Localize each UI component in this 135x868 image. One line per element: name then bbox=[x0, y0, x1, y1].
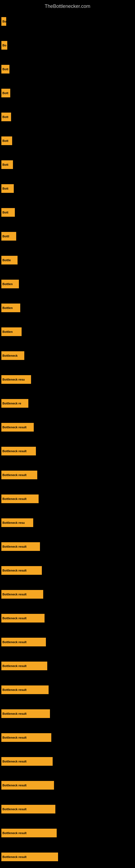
bar-row-24: Bottleneck result bbox=[0, 582, 135, 606]
bar-label-33: Bottleneck result bbox=[2, 807, 27, 811]
bar-label-28: Bottleneck result bbox=[2, 688, 27, 691]
bar-row-12: Bottlen bbox=[0, 296, 135, 320]
bar-row-15: Bottleneck resu bbox=[0, 368, 135, 392]
bar-row-7: Bott bbox=[0, 177, 135, 200]
bar-label-35: Bottleneck result bbox=[2, 855, 27, 859]
bar-19: Bottleneck result bbox=[1, 471, 37, 479]
bar-label-6: Bott bbox=[2, 163, 8, 166]
bar-label-14: Bottleneck bbox=[2, 354, 17, 357]
bar-label-25: Bottleneck result bbox=[2, 617, 27, 620]
bar-2: Bott bbox=[1, 65, 9, 73]
bar-label-10: Bottle bbox=[2, 258, 11, 262]
bar-row-28: Bottleneck result bbox=[0, 678, 135, 702]
bar-row-22: Bottleneck result bbox=[0, 535, 135, 558]
bar-18: Bottleneck result bbox=[1, 447, 36, 456]
bar-label-4: Bott bbox=[2, 115, 8, 119]
bar-label-7: Bott bbox=[2, 187, 8, 190]
bar-row-2: Bott bbox=[0, 57, 135, 81]
bar-13: Bottlen bbox=[1, 328, 21, 336]
bar-row-13: Bottlen bbox=[0, 320, 135, 344]
bar-10: Bottle bbox=[1, 256, 17, 265]
bar-22: Bottleneck result bbox=[1, 542, 40, 551]
bar-row-0: Bo bbox=[0, 9, 135, 33]
bar-26: Bottleneck result bbox=[1, 638, 46, 646]
bar-row-16: Bottleneck re bbox=[0, 392, 135, 415]
bar-row-6: Bott bbox=[0, 153, 135, 177]
bar-label-9: Bottl bbox=[2, 235, 9, 238]
bar-label-30: Bottleneck result bbox=[2, 736, 27, 739]
bar-row-18: Bottleneck result bbox=[0, 439, 135, 463]
bar-label-27: Bottleneck result bbox=[2, 664, 27, 668]
bar-label-29: Bottleneck result bbox=[2, 712, 27, 715]
bar-28: Bottleneck result bbox=[1, 685, 49, 694]
bar-6: Bott bbox=[1, 160, 13, 169]
bar-row-1: Bo bbox=[0, 33, 135, 57]
bar-15: Bottleneck resu bbox=[1, 375, 31, 384]
bar-32: Bottleneck result bbox=[1, 781, 54, 789]
bar-20: Bottleneck result bbox=[1, 495, 39, 503]
bar-row-23: Bottleneck result bbox=[0, 558, 135, 582]
bar-label-18: Bottleneck result bbox=[2, 450, 27, 453]
bar-7: Bott bbox=[1, 184, 14, 193]
bar-label-31: Bottleneck result bbox=[2, 760, 27, 763]
bar-row-33: Bottleneck result bbox=[0, 797, 135, 821]
bar-29: Bottleneck result bbox=[1, 709, 50, 718]
bar-row-34: Bottleneck result bbox=[0, 821, 135, 845]
bar-label-3: Bott bbox=[2, 91, 8, 95]
bars-container: BoBoBottBottBottBottBottBottBottBottlBot… bbox=[0, 9, 135, 868]
bar-label-0: Bo bbox=[2, 20, 6, 23]
bar-label-11: Bottlen bbox=[2, 282, 13, 286]
bar-row-5: Bott bbox=[0, 129, 135, 153]
bar-21: Bottleneck resu bbox=[1, 518, 33, 527]
bar-24: Bottleneck result bbox=[1, 590, 43, 599]
bar-label-20: Bottleneck result bbox=[2, 497, 27, 500]
bar-row-10: Bottle bbox=[0, 248, 135, 272]
bar-label-13: Bottlen bbox=[2, 330, 13, 333]
bar-label-2: Bott bbox=[2, 67, 8, 71]
bar-3: Bott bbox=[1, 89, 10, 97]
bar-row-30: Bottleneck result bbox=[0, 725, 135, 749]
bar-label-19: Bottleneck result bbox=[2, 473, 27, 476]
bar-14: Bottleneck bbox=[1, 351, 24, 360]
bar-row-4: Bott bbox=[0, 105, 135, 129]
bar-row-8: Bott bbox=[0, 200, 135, 224]
bar-row-35: Bottleneck result bbox=[0, 845, 135, 868]
bar-1: Bo bbox=[1, 41, 7, 50]
bar-label-34: Bottleneck result bbox=[2, 831, 27, 835]
bar-label-5: Bott bbox=[2, 139, 8, 143]
bar-row-17: Bottleneck result bbox=[0, 415, 135, 439]
bar-5: Bott bbox=[1, 136, 12, 145]
bar-row-26: Bottleneck result bbox=[0, 630, 135, 654]
bar-row-14: Bottleneck bbox=[0, 344, 135, 368]
bar-label-16: Bottleneck re bbox=[2, 402, 21, 405]
bar-row-32: Bottleneck result bbox=[0, 773, 135, 797]
bar-row-9: Bottl bbox=[0, 224, 135, 248]
bar-8: Bott bbox=[1, 208, 15, 217]
bar-label-15: Bottleneck resu bbox=[2, 378, 25, 381]
bar-label-17: Bottleneck result bbox=[2, 426, 27, 429]
bar-31: Bottleneck result bbox=[1, 757, 53, 766]
bar-34: Bottleneck result bbox=[1, 829, 57, 837]
bar-row-21: Bottleneck resu bbox=[0, 511, 135, 535]
bar-row-11: Bottlen bbox=[0, 272, 135, 296]
bar-row-20: Bottleneck result bbox=[0, 487, 135, 511]
bar-row-27: Bottleneck result bbox=[0, 654, 135, 678]
bar-33: Bottleneck result bbox=[1, 805, 55, 813]
bar-label-1: Bo bbox=[2, 44, 6, 47]
bar-row-25: Bottleneck result bbox=[0, 606, 135, 630]
bar-30: Bottleneck result bbox=[1, 733, 51, 742]
bar-35: Bottleneck result bbox=[1, 852, 58, 861]
bar-label-32: Bottleneck result bbox=[2, 784, 27, 787]
bar-23: Bottleneck result bbox=[1, 566, 42, 575]
bar-row-3: Bott bbox=[0, 81, 135, 105]
bar-label-12: Bottlen bbox=[2, 306, 13, 310]
bar-12: Bottlen bbox=[1, 304, 20, 312]
bar-label-22: Bottleneck result bbox=[2, 545, 27, 548]
bar-label-21: Bottleneck resu bbox=[2, 521, 25, 524]
bar-label-23: Bottleneck result bbox=[2, 569, 27, 572]
bar-11: Bottlen bbox=[1, 280, 19, 288]
bar-label-8: Bott bbox=[2, 211, 8, 214]
bar-row-31: Bottleneck result bbox=[0, 749, 135, 773]
bar-9: Bottl bbox=[1, 232, 16, 241]
bar-row-19: Bottleneck result bbox=[0, 463, 135, 487]
